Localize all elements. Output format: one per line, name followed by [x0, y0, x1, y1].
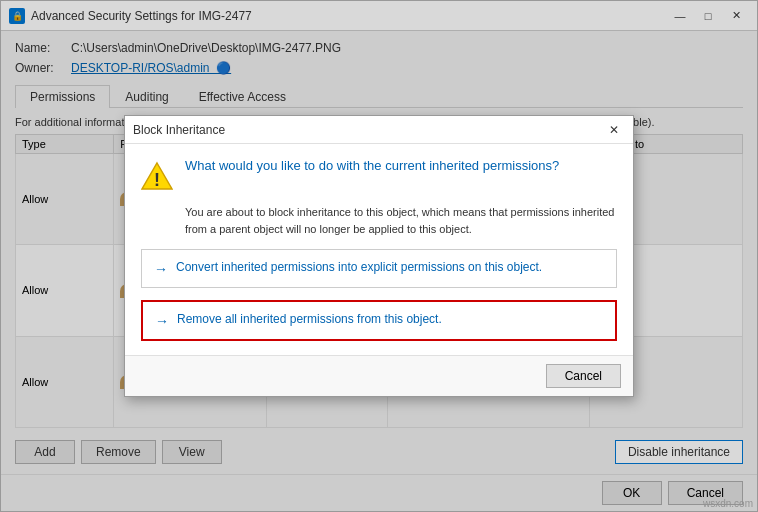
dialog-question: What would you like to do with the curre… [185, 158, 617, 173]
warning-icon: ! [141, 160, 173, 192]
remove-permissions-option[interactable]: → Remove all inherited permissions from … [141, 300, 617, 341]
dialog-title: Block Inheritance [133, 123, 225, 137]
remove-option-label: Remove all inherited permissions from th… [177, 312, 442, 326]
dialog-title-bar: Block Inheritance ✕ [125, 116, 633, 144]
svg-text:!: ! [154, 170, 160, 190]
arrow-icon-2: → [155, 313, 169, 329]
dialog-overlay: Block Inheritance ✕ ! What would you lik… [1, 1, 757, 511]
dialog-cancel-button[interactable]: Cancel [546, 364, 621, 388]
convert-option-label: Convert inherited permissions into expli… [176, 260, 542, 274]
convert-permissions-option[interactable]: → Convert inherited permissions into exp… [141, 249, 617, 288]
arrow-icon-1: → [154, 261, 168, 277]
dialog-close-button[interactable]: ✕ [603, 120, 625, 140]
block-inheritance-dialog: Block Inheritance ✕ ! What would you lik… [124, 115, 634, 397]
main-window: 🔒 Advanced Security Settings for IMG-247… [0, 0, 758, 512]
dialog-body: ! What would you like to do with the cur… [125, 144, 633, 355]
dialog-header-row: ! What would you like to do with the cur… [141, 158, 617, 192]
dialog-description: You are about to block inheritance to th… [185, 204, 617, 237]
dialog-footer: Cancel [125, 355, 633, 396]
